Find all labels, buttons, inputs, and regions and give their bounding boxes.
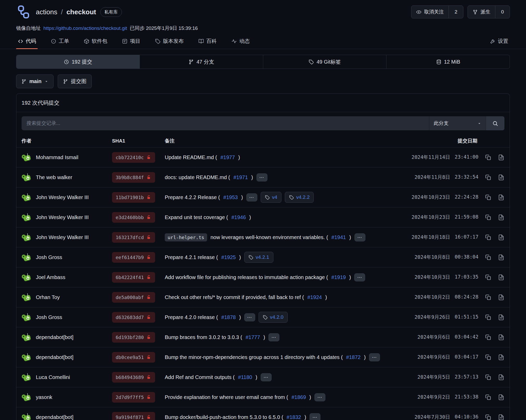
sha-badge[interactable]: 6b42224f41: [112, 272, 155, 283]
browse-source-button[interactable]: [498, 234, 504, 241]
sha-badge[interactable]: 11bd71901b: [112, 192, 155, 203]
sha-badge[interactable]: b684943689: [112, 372, 155, 383]
lock-open-icon: [147, 295, 152, 300]
copy-sha-button[interactable]: [485, 354, 491, 361]
copy-sha-button[interactable]: [485, 234, 491, 241]
tab-issues[interactable]: 工单: [49, 34, 71, 49]
issue-link[interactable]: #1924: [307, 294, 322, 300]
commit-expand-button[interactable]: ···: [354, 233, 365, 241]
tag-chip[interactable]: v4: [261, 192, 281, 203]
issue-link[interactable]: #1919: [331, 274, 346, 280]
unwatch-button[interactable]: 取消关注 2: [411, 5, 463, 18]
browse-source-button[interactable]: [498, 274, 504, 281]
commit-search-input[interactable]: [22, 116, 429, 130]
repo-name-link[interactable]: checkout: [67, 8, 96, 16]
issue-link[interactable]: #1777: [246, 334, 260, 340]
tab-releases[interactable]: 版本发布: [153, 34, 185, 49]
browse-source-button[interactable]: [498, 154, 504, 161]
issue-link[interactable]: #1869: [292, 394, 306, 400]
commit-expand-button[interactable]: ···: [354, 273, 365, 281]
tab-code[interactable]: 代码: [16, 34, 38, 49]
issue-link[interactable]: #1180: [238, 374, 252, 380]
commit-expand-button[interactable]: ···: [310, 413, 320, 420]
browse-source-button[interactable]: [498, 314, 504, 321]
tab-wiki[interactable]: 百科: [197, 34, 218, 49]
issue-link[interactable]: #1971: [233, 174, 248, 180]
copy-sha-button[interactable]: [485, 194, 491, 201]
forks-count[interactable]: 0: [495, 6, 510, 18]
tab-activity[interactable]: 动态: [230, 34, 251, 49]
sha-badge[interactable]: 163217dfcd: [112, 232, 155, 243]
commit-expand-button[interactable]: ···: [246, 193, 257, 201]
browse-source-button[interactable]: [498, 194, 504, 201]
repo-owner-link[interactable]: actions: [36, 8, 57, 16]
fork-button[interactable]: 派生 0: [468, 5, 510, 18]
copy-sha-button[interactable]: [485, 214, 491, 221]
site-logo-icon[interactable]: [16, 5, 31, 19]
summary-tags[interactable]: 49 Git标签: [263, 55, 386, 69]
sha-badge[interactable]: d632683dd7: [112, 312, 155, 323]
browse-source-button[interactable]: [498, 214, 504, 221]
issue-link[interactable]: #1925: [221, 254, 236, 260]
mirror-url-link[interactable]: https://github.com/actions/checkout.git: [43, 25, 127, 31]
tab-packages[interactable]: 软件包: [82, 34, 109, 49]
commit-expand-button[interactable]: ···: [268, 333, 279, 341]
summary-size[interactable]: 12 MiB: [386, 55, 510, 69]
copy-sha-button[interactable]: [485, 254, 491, 261]
search-scope-dropdown[interactable]: 此分支: [429, 116, 486, 130]
commit-expand-button[interactable]: ···: [314, 393, 325, 401]
browse-source-button[interactable]: [498, 394, 504, 401]
sha-badge[interactable]: e3d2460bbb: [112, 212, 155, 223]
sha-badge[interactable]: 6d193bf280: [112, 332, 155, 343]
sha-badge[interactable]: db0cee9a51: [112, 352, 155, 363]
tag-chip[interactable]: v4.2.0: [259, 312, 288, 323]
commit-expand-button[interactable]: ···: [257, 173, 267, 181]
issue-link[interactable]: #1832: [287, 414, 301, 420]
tag-chip[interactable]: v4.2.2: [285, 192, 314, 203]
copy-sha-button[interactable]: [485, 174, 491, 181]
commit-expand-button[interactable]: ···: [261, 373, 272, 381]
issue-link[interactable]: #1946: [231, 214, 246, 220]
issue-link[interactable]: #1977: [220, 154, 235, 160]
copy-sha-button[interactable]: [485, 154, 491, 161]
commit-graph-button[interactable]: 提交图: [58, 74, 92, 88]
browse-source-button[interactable]: [498, 174, 504, 181]
watchers-count[interactable]: 2: [449, 6, 463, 18]
sha-badge[interactable]: 3b9b8c884f: [112, 172, 155, 183]
copy-sha-button[interactable]: [485, 274, 491, 281]
copy-sha-button[interactable]: [485, 394, 491, 401]
issue-link[interactable]: #1953: [223, 194, 238, 200]
browse-source-button[interactable]: [498, 414, 504, 420]
commit-expand-button[interactable]: ···: [369, 353, 380, 361]
branch-selector[interactable]: main: [16, 74, 54, 88]
sha-badge[interactable]: cbb722410c: [112, 152, 155, 163]
copy-sha-button[interactable]: [485, 314, 491, 321]
summary-commits[interactable]: 192 提交: [16, 55, 140, 69]
tab-projects[interactable]: 项目: [120, 34, 142, 49]
commit-date-time: 23:57:13: [455, 374, 478, 381]
copy-sha-button[interactable]: [485, 374, 491, 381]
message-text: Bump the minor-npm-dependencies group ac…: [165, 354, 343, 360]
browse-source-button[interactable]: [498, 334, 504, 341]
summary-branches[interactable]: 47 分支: [140, 55, 263, 69]
commit-author-cell: The web walker: [22, 172, 112, 182]
tab-settings[interactable]: 设置: [488, 34, 510, 49]
sha-badge[interactable]: de5a000abf: [112, 292, 155, 303]
sha-badge[interactable]: eef61447b9: [112, 252, 155, 263]
copy-sha-button[interactable]: [485, 334, 491, 341]
browse-source-button[interactable]: [498, 354, 504, 361]
sha-badge[interactable]: 2d7d9f7ff5: [112, 392, 155, 403]
browse-source-button[interactable]: [498, 254, 504, 261]
copy-sha-button[interactable]: [485, 414, 491, 420]
sha-text: e3d2460bbb: [116, 215, 144, 220]
browse-source-button[interactable]: [498, 374, 504, 381]
tag-chip[interactable]: v4.2.1: [244, 252, 273, 263]
copy-sha-button[interactable]: [485, 294, 491, 301]
browse-source-button[interactable]: [498, 294, 504, 301]
issue-link[interactable]: #1878: [221, 314, 236, 320]
issue-link[interactable]: #1872: [346, 354, 361, 360]
search-button[interactable]: [486, 116, 504, 130]
commit-expand-button[interactable]: ···: [244, 313, 255, 321]
issue-link[interactable]: #1941: [331, 234, 346, 240]
sha-badge[interactable]: 9a9194f871: [112, 412, 155, 420]
